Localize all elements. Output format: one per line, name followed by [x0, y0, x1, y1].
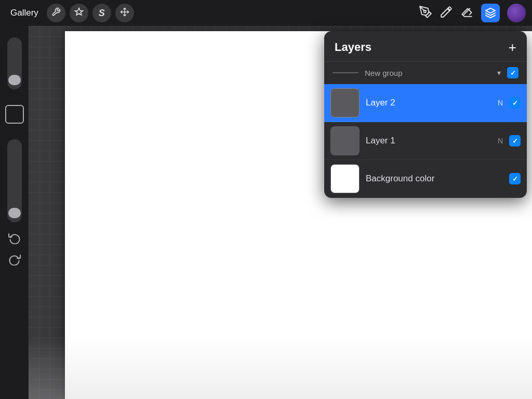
toolbar-left: Gallery S [6, 4, 134, 22]
undo-icon [8, 232, 21, 244]
layer1-visibility-checkbox[interactable] [509, 135, 521, 147]
transform-tool-button[interactable] [115, 4, 134, 22]
redo-button[interactable] [8, 253, 21, 268]
group-chevron-icon: ▾ [497, 69, 501, 77]
pen-icon [419, 5, 432, 19]
undo-button[interactable] [8, 232, 21, 247]
eraser-tool-button[interactable] [460, 5, 474, 21]
brush-icon [440, 5, 453, 19]
pen-tool-button[interactable] [419, 5, 432, 21]
brush-size-slider[interactable] [7, 37, 22, 89]
left-sidebar [0, 26, 29, 399]
group-label: New group [365, 69, 491, 77]
layer2-visibility-checkbox[interactable] [509, 97, 521, 109]
layers-panel: Layers + New group ▾ Layer 2 N Layer 1 N… [324, 31, 527, 198]
layer2-thumbnail [330, 88, 360, 117]
layers-panel-title: Layers [335, 41, 371, 54]
layer2-blend-mode: N [498, 99, 503, 107]
opacity-slider-container [4, 134, 25, 228]
gallery-button[interactable]: Gallery [6, 6, 43, 20]
layer1-thumbnail [330, 126, 360, 155]
layer2-thumb-content [331, 89, 359, 117]
selection-tool-button[interactable] [5, 105, 24, 124]
wrench-tool-button[interactable] [47, 4, 65, 22]
toolbar-right [419, 4, 526, 22]
layers-panel-button[interactable] [481, 4, 500, 22]
brush-tool-button[interactable] [440, 5, 453, 21]
wrench-icon [51, 7, 61, 19]
background-thumbnail [330, 164, 360, 193]
background-thumb-content [331, 165, 359, 193]
user-avatar[interactable] [507, 4, 526, 22]
opacity-slider[interactable] [7, 139, 22, 222]
adjust-icon [74, 7, 84, 19]
opacity-thumb [8, 208, 21, 218]
stylize-tool-button[interactable]: S [92, 4, 111, 22]
redo-icon [8, 253, 21, 265]
layer1-blend-mode: N [498, 137, 503, 145]
stylize-icon: S [99, 8, 105, 19]
layer-row-layer1[interactable]: Layer 1 N [324, 122, 527, 160]
adjust-tool-button[interactable] [70, 4, 88, 22]
top-toolbar: Gallery S [0, 0, 532, 26]
background-layer-name: Background color [366, 174, 497, 184]
layer1-thumb-content [331, 127, 359, 155]
layer-row-layer2[interactable]: Layer 2 N [324, 84, 527, 122]
layer-group-row[interactable]: New group ▾ [324, 62, 527, 84]
transform-icon [120, 7, 129, 19]
brush-size-slider-container [4, 32, 25, 95]
group-visibility-checkbox[interactable] [507, 67, 518, 78]
add-layer-button[interactable]: + [509, 41, 516, 54]
group-line [332, 72, 358, 73]
layer-row-background[interactable]: Background color [324, 160, 527, 198]
layers-icon [485, 7, 496, 19]
brush-size-thumb [8, 75, 21, 85]
layers-panel-header: Layers + [324, 31, 527, 62]
layer2-name: Layer 2 [366, 98, 491, 108]
svg-point-2 [424, 10, 426, 12]
eraser-icon [460, 5, 474, 19]
svg-marker-3 [486, 8, 495, 13]
background-visibility-checkbox[interactable] [509, 173, 521, 184]
layer1-name: Layer 1 [366, 136, 491, 146]
